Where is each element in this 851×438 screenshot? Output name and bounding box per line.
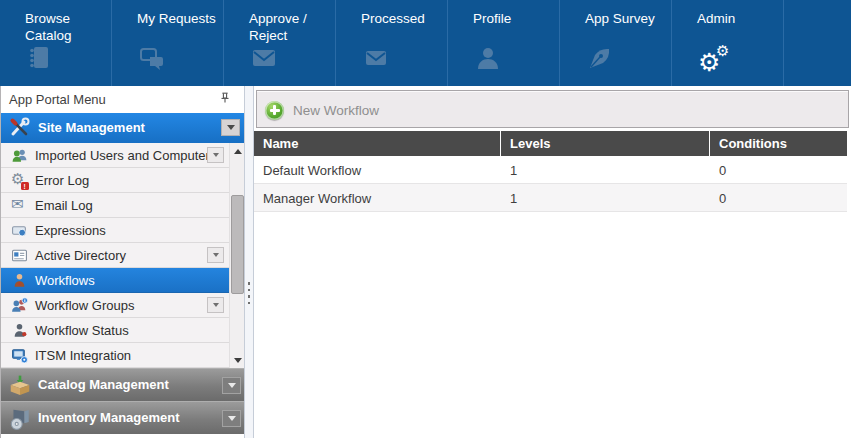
menu-item-label: Expressions bbox=[35, 223, 106, 238]
catalog-box-icon bbox=[8, 374, 32, 396]
cell-levels: 1 bbox=[500, 156, 709, 183]
menu-item-label: ITSM Integration bbox=[35, 348, 131, 363]
menu-item-label: Imported Users and Computers bbox=[35, 148, 216, 163]
tab-label: Admin bbox=[697, 10, 777, 27]
section-expand-button[interactable] bbox=[222, 377, 241, 394]
inventory-software-icon bbox=[8, 407, 32, 429]
menu-item-label: Email Log bbox=[35, 198, 93, 213]
workflow-toolbar: New Workflow bbox=[256, 90, 849, 128]
users-computers-icon bbox=[11, 147, 28, 164]
section-label: Catalog Management bbox=[38, 377, 169, 392]
new-workflow-label: New Workflow bbox=[293, 103, 379, 118]
menu-item-label: Error Log bbox=[35, 173, 89, 188]
tab-app-survey[interactable]: App Survey bbox=[560, 0, 672, 86]
section-expand-button[interactable] bbox=[222, 410, 241, 427]
cell-levels: 1 bbox=[500, 184, 709, 211]
plus-icon bbox=[265, 101, 284, 120]
tab-browse-catalog[interactable]: Browse Catalog bbox=[0, 0, 112, 86]
envelope-icon: ✉ bbox=[11, 197, 28, 214]
tab-label: Browse Catalog bbox=[25, 10, 105, 44]
error-badge-icon bbox=[21, 182, 29, 190]
section-collapse-button[interactable] bbox=[221, 119, 240, 136]
tab-label: App Survey bbox=[585, 10, 665, 27]
person-icon bbox=[474, 44, 506, 78]
sidebar-splitter[interactable] bbox=[244, 86, 254, 438]
pin-icon[interactable] bbox=[218, 91, 232, 107]
directory-card-icon bbox=[11, 247, 28, 264]
menu-item-expressions[interactable]: Expressions bbox=[1, 218, 229, 243]
menu-item-label: Workflow Groups bbox=[35, 298, 134, 313]
sidebar-title: App Portal Menu bbox=[9, 92, 106, 107]
error-log-icon: ⚙ bbox=[11, 172, 28, 189]
section-site-management[interactable]: Site Management bbox=[1, 113, 244, 143]
splitter-grip-icon bbox=[248, 282, 251, 304]
item-dropdown-button[interactable] bbox=[207, 247, 224, 263]
section-label: Inventory Management bbox=[38, 410, 180, 425]
item-dropdown-button[interactable] bbox=[207, 297, 224, 313]
expressions-icon bbox=[11, 222, 28, 239]
menu-item-workflows[interactable]: Workflows bbox=[1, 268, 229, 293]
workflow-status-icon bbox=[11, 322, 28, 339]
table-row-default-workflow[interactable]: Default Workflow 1 0 bbox=[254, 156, 847, 184]
menu-item-error-log[interactable]: ⚙ Error Log bbox=[1, 168, 229, 193]
table-row-manager-workflow[interactable]: Manager Workflow 1 0 bbox=[254, 184, 847, 212]
pen-icon bbox=[586, 44, 618, 78]
tab-label: Profile bbox=[473, 10, 553, 27]
catalog-book-icon bbox=[26, 44, 58, 78]
menu-item-label: Workflow Status bbox=[35, 323, 129, 338]
section-inventory-management[interactable]: Inventory Management bbox=[1, 401, 245, 434]
chat-bubbles-icon bbox=[138, 44, 170, 78]
table-header: Name Levels Conditions bbox=[254, 131, 847, 156]
sidebar: App Portal Menu Site Management Imported… bbox=[0, 86, 244, 438]
cell-name: Manager Workflow bbox=[254, 184, 500, 211]
cell-conditions: 0 bbox=[709, 156, 847, 183]
sidebar-header: App Portal Menu bbox=[1, 86, 244, 113]
workflow-groups-icon bbox=[11, 297, 28, 314]
main-content: New Workflow Name Levels Conditions Defa… bbox=[254, 86, 851, 438]
menu-item-workflow-status[interactable]: Workflow Status bbox=[1, 318, 229, 343]
itsm-monitor-icon bbox=[11, 347, 28, 364]
tab-profile[interactable]: Profile bbox=[448, 0, 560, 86]
menu-item-email-log[interactable]: ✉ Email Log bbox=[1, 193, 229, 218]
mail-approve-icon bbox=[250, 44, 282, 78]
column-header-conditions[interactable]: Conditions bbox=[709, 131, 847, 156]
mail-icon bbox=[362, 44, 394, 78]
column-header-levels[interactable]: Levels bbox=[500, 131, 709, 156]
app-portal-window: Browse Catalog My Requests Approve / Rej… bbox=[0, 0, 851, 438]
menu-item-imported-users-and-computers[interactable]: Imported Users and Computers bbox=[1, 143, 229, 168]
gears-icon: ⚙⚙ bbox=[698, 44, 730, 78]
tab-label: My Requests bbox=[137, 10, 217, 27]
sidebar-scrollbar[interactable] bbox=[229, 143, 245, 368]
scrollbar-thumb[interactable] bbox=[231, 195, 244, 294]
menu-item-itsm-integration[interactable]: ITSM Integration bbox=[1, 343, 229, 368]
section-catalog-management[interactable]: Catalog Management bbox=[1, 368, 245, 401]
tools-icon bbox=[8, 117, 32, 139]
menu-item-label: Workflows bbox=[35, 273, 95, 288]
menu-item-active-directory[interactable]: Active Directory bbox=[1, 243, 229, 268]
column-header-name[interactable]: Name bbox=[254, 131, 500, 156]
tab-label: Approve / Reject bbox=[249, 10, 329, 44]
top-nav: Browse Catalog My Requests Approve / Rej… bbox=[0, 0, 851, 86]
menu-item-label: Active Directory bbox=[35, 248, 126, 263]
table-body: Default Workflow 1 0 Manager Workflow 1 … bbox=[254, 156, 847, 212]
tab-label: Processed bbox=[361, 10, 441, 27]
cell-conditions: 0 bbox=[709, 184, 847, 211]
cell-name: Default Workflow bbox=[254, 156, 500, 183]
tab-processed[interactable]: Processed bbox=[336, 0, 448, 86]
item-dropdown-button[interactable] bbox=[207, 147, 224, 163]
tab-approve-reject[interactable]: Approve / Reject bbox=[224, 0, 336, 86]
tab-admin[interactable]: Admin ⚙⚙ bbox=[672, 0, 784, 86]
site-management-menu: Imported Users and Computers ⚙ Error Log… bbox=[1, 143, 229, 368]
tab-my-requests[interactable]: My Requests bbox=[112, 0, 224, 86]
workflows-person-icon bbox=[11, 272, 28, 289]
new-workflow-button[interactable]: New Workflow bbox=[265, 98, 379, 122]
section-label: Site Management bbox=[38, 120, 145, 135]
menu-item-workflow-groups[interactable]: Workflow Groups bbox=[1, 293, 229, 318]
